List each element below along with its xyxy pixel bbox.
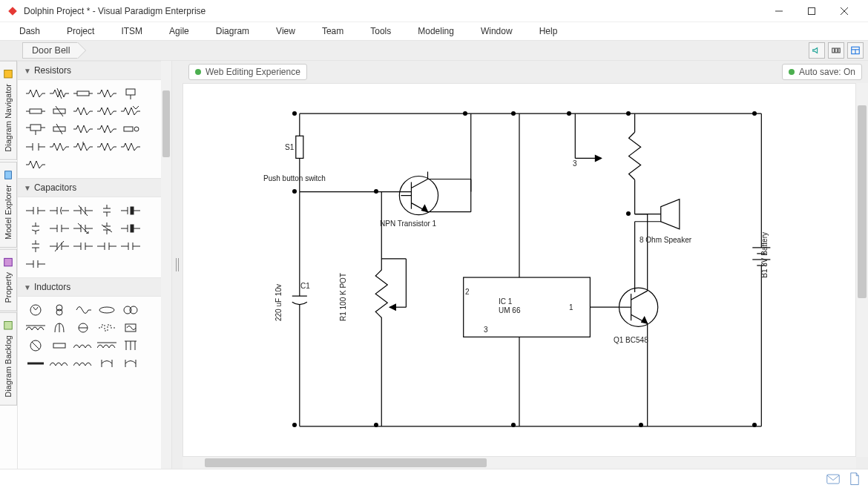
side-tab-strip: Diagram Navigator Model Explorer Propert… — [0, 61, 18, 469]
side-tab-diagram-backlog[interactable]: Diagram Backlog — [0, 312, 17, 406]
palette-item[interactable] — [71, 319, 95, 337]
palette-item[interactable] — [24, 255, 47, 273]
menu-dash[interactable]: Dash — [6, 23, 53, 39]
palette-item[interactable] — [71, 337, 95, 355]
menu-agile[interactable]: Agile — [156, 23, 203, 39]
menu-view[interactable]: View — [263, 23, 309, 39]
palette-item[interactable] — [119, 202, 142, 220]
palette-item[interactable] — [95, 337, 119, 355]
palette-item[interactable] — [95, 301, 119, 319]
palette-item[interactable] — [24, 202, 47, 220]
palette-item[interactable] — [47, 237, 71, 255]
palette-item[interactable] — [95, 102, 119, 120]
palette-item[interactable] — [24, 220, 47, 237]
palette-item[interactable] — [24, 355, 47, 372]
palette-item[interactable] — [119, 355, 142, 372]
palette-item[interactable] — [95, 202, 119, 220]
svg-rect-7 — [838, 48, 840, 53]
diagram-breadcrumb[interactable]: Door Bell — [22, 42, 78, 59]
palette-item[interactable] — [71, 138, 95, 156]
announce-icon[interactable] — [809, 42, 825, 59]
diagram-canvas[interactable]: S1 Push button switch NPN Transistor 1 C… — [183, 83, 856, 457]
palette-item[interactable] — [119, 319, 142, 337]
label-ic-line1: IC 1 — [499, 297, 512, 306]
side-tab-property[interactable]: Property — [0, 249, 17, 311]
palette-item[interactable] — [95, 120, 119, 138]
close-button[interactable] — [828, 0, 861, 22]
chevron-down-icon: ▼ — [24, 184, 31, 192]
menu-modeling[interactable]: Modeling — [404, 23, 467, 39]
palette-item[interactable] — [47, 301, 71, 319]
palette-item[interactable] — [24, 337, 47, 355]
palette-section-inductors[interactable]: ▼ Inductors — [18, 277, 171, 297]
menu-itsm[interactable]: ITSM — [108, 23, 156, 39]
palette-grid-inductors — [18, 297, 171, 377]
menu-project[interactable]: Project — [53, 23, 108, 39]
palette-item[interactable] — [24, 237, 47, 255]
palette-item[interactable] — [71, 301, 95, 319]
palette-item[interactable] — [95, 237, 119, 255]
minimize-button[interactable] — [763, 0, 795, 22]
palette-item[interactable] — [47, 202, 71, 220]
side-tab-model-explorer[interactable]: Model Explorer — [0, 162, 17, 248]
mail-icon[interactable] — [826, 474, 840, 484]
circuit-node — [511, 423, 516, 427]
palette-item[interactable] — [24, 301, 47, 319]
palette-item[interactable] — [24, 120, 47, 138]
palette-item[interactable] — [119, 220, 142, 237]
palette-item[interactable] — [95, 319, 119, 337]
palette-item[interactable] — [47, 337, 71, 355]
palette-item[interactable] — [95, 85, 119, 102]
palette-item[interactable] — [71, 102, 95, 120]
palette-item[interactable] — [24, 156, 47, 174]
palette-item[interactable] — [47, 120, 71, 138]
palette-item[interactable] — [95, 220, 119, 237]
palette-item[interactable] — [47, 355, 71, 372]
palette-item[interactable] — [24, 319, 47, 337]
palette-item[interactable] — [47, 220, 71, 237]
palette-item[interactable] — [119, 85, 142, 102]
panes-icon[interactable] — [847, 42, 864, 59]
palette-item[interactable] — [119, 138, 142, 156]
palette-item[interactable] — [47, 102, 71, 120]
palette-item[interactable] — [119, 301, 142, 319]
palette-section-resistors[interactable]: ▼ Resistors — [18, 61, 171, 80]
autosave-status-chip[interactable]: Auto save: On — [782, 64, 862, 80]
side-tab-diagram-navigator[interactable]: Diagram Navigator — [0, 61, 17, 160]
palette-section-capacitors[interactable]: ▼ Capacitors — [18, 178, 171, 197]
palette-item[interactable] — [24, 102, 47, 120]
palette-item[interactable] — [24, 138, 47, 156]
palette-item[interactable] — [47, 138, 71, 156]
palette-item[interactable] — [119, 337, 142, 355]
palette-item[interactable] — [119, 237, 142, 255]
palette-item[interactable] — [95, 138, 119, 156]
menu-window[interactable]: Window — [467, 23, 526, 39]
menu-tools[interactable]: Tools — [357, 23, 404, 39]
menu-team[interactable]: Team — [309, 23, 357, 39]
palette-item[interactable] — [71, 202, 95, 220]
palette-item[interactable] — [47, 319, 71, 337]
maximize-button[interactable] — [795, 0, 828, 22]
canvas-vertical-scrollbar[interactable] — [856, 83, 868, 457]
vertical-splitter[interactable] — [172, 61, 183, 469]
layout-icon[interactable] — [828, 42, 844, 59]
palette-item[interactable] — [71, 237, 95, 255]
editing-status-chip[interactable]: Web Editing Experience — [188, 64, 307, 80]
menu-diagram[interactable]: Diagram — [203, 23, 263, 39]
canvas-horizontal-scrollbar[interactable] — [183, 457, 856, 469]
palette-scrollbar[interactable] — [161, 61, 171, 469]
palette-item[interactable] — [119, 120, 142, 138]
palette-item[interactable] — [95, 355, 119, 372]
document-icon[interactable] — [849, 472, 861, 486]
svg-rect-118 — [53, 343, 65, 348]
palette-item[interactable] — [24, 85, 47, 102]
palette-item[interactable] — [71, 220, 95, 237]
menu-help[interactable]: Help — [526, 23, 571, 39]
label-speaker: 8 Ohm Speaker — [640, 236, 691, 244]
palette-item[interactable] — [71, 355, 95, 372]
palette-item[interactable] — [47, 85, 71, 102]
label-push-button: Push button switch — [263, 174, 326, 182]
palette-item[interactable] — [71, 120, 95, 138]
palette-item[interactable] — [119, 102, 142, 120]
palette-item[interactable] — [71, 85, 95, 102]
